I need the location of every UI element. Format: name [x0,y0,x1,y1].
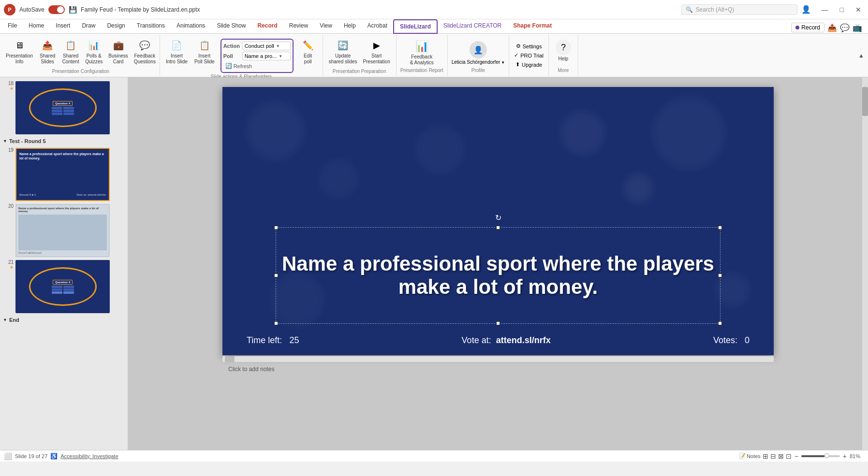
section-label: Test - Round 5 [9,138,46,144]
handle-ml[interactable] [274,274,278,277]
zoom-slider[interactable] [801,455,840,457]
tab-help[interactable]: Help [338,19,362,33]
tab-file[interactable]: File [2,19,23,33]
votes-value: 0 [745,335,750,345]
presentation-config-group: 🖥 PresentationInfo 📤 SharedSlides 📋 Shar… [2,35,160,76]
tab-draw[interactable]: Draw [76,19,101,33]
polls-icon: 📊 [87,39,101,52]
section-end[interactable]: ▼ End [2,315,126,325]
slide-canvas[interactable]: ↻ Name a professional sport where the pl… [222,87,774,355]
search-box[interactable]: 🔍 Search (Alt+Q) [681,4,797,15]
slide-18-thumbnail[interactable]: Question 4 [15,81,110,134]
ribbon-content: 🖥 PresentationInfo 📤 SharedSlides 📋 Shar… [0,34,868,77]
edit-poll-button[interactable]: ✏️ Editpoll [297,38,319,66]
handle-bm[interactable] [496,321,500,325]
tab-acrobat[interactable]: Acrobat [362,19,393,33]
share-icon[interactable]: 📤 [827,23,837,32]
view-normal-button[interactable]: ⊞ [763,452,768,460]
autosave-toggle[interactable] [48,5,65,14]
ff-oval-18: Question 4 [29,88,97,127]
minimize-button[interactable]: — [819,5,831,14]
slide-panel: 18 ★ Question 4 [0,77,128,450]
upgrade-button[interactable]: ⬆ Upgrade [515,60,543,69]
zoom-thumb[interactable] [824,453,829,458]
horizontal-scrollbar[interactable] [222,356,774,362]
close-button[interactable]: ✕ [853,5,864,14]
insert-poll-slide-button[interactable]: 📋 InsertPoll Slide [192,38,217,66]
poll-dropdown[interactable]: Name a pro... ▼ [242,52,291,60]
presentation-info-button[interactable]: 🖥 PresentationInfo [4,38,35,66]
view-reading-button[interactable]: ⊠ [778,452,784,460]
more-label: More [558,68,569,74]
handle-tm[interactable] [496,226,500,230]
zoom-level[interactable]: 81% [850,453,864,459]
profile-name-dropdown[interactable]: Leticia Schörgendorfer ▼ [452,59,505,65]
shared-content-button[interactable]: 📋 SharedContent [60,38,81,66]
settings-button[interactable]: ⚙ Settings [515,42,543,50]
tab-slidelizard[interactable]: SlideLizard [393,19,438,34]
slide-21-thumbnail[interactable]: Question 4 [15,260,110,313]
slide-main-text: Name a professional sport where the play… [276,252,720,299]
slide-19-title: Name a professional sport where the play… [19,152,106,160]
tab-slideshow[interactable]: Slide Show [211,19,251,33]
ff-question-label-18: Question 4 [53,101,73,106]
slide-21-number: 21 [4,260,14,265]
maximize-button[interactable]: □ [837,5,847,14]
start-presentation-button[interactable]: ▶ StartPresentation [361,38,392,66]
vertical-scrollbar[interactable] [862,77,868,450]
search-icon: 🔍 [686,6,693,13]
tab-design[interactable]: Design [101,19,131,33]
view-controls: 📝 Notes ⊞ ⊟ ⊠ ⊡ [739,452,792,460]
app-logo: P [4,4,15,15]
accessibility-label[interactable]: Accessibility: Investigate [60,453,118,459]
shared-slides-button[interactable]: 📤 SharedSlides [37,38,58,66]
zoom-in-button[interactable]: + [843,452,847,460]
slide-20-thumbnail[interactable]: Name a professional sport where the play… [15,204,110,257]
handle-tl[interactable] [274,226,278,230]
feedback-questions-button[interactable]: 💬 FeedbackQuestions [132,38,158,66]
end-section-arrow: ▼ [3,317,7,322]
tab-record[interactable]: Record [251,19,283,33]
feedback-analytics-button[interactable]: 📊 Feedback& Analytics [408,39,436,67]
handle-bl[interactable] [274,321,278,325]
record-button[interactable]: Record [791,23,824,32]
action-dropdown[interactable]: Conduct poll ▼ [242,42,291,50]
handle-mr[interactable] [718,274,722,277]
notes-toggle[interactable]: 📝 Notes [739,453,761,459]
update-shared-slides-button[interactable]: 🔄 Updateshared slides [327,38,359,66]
action-value: Conduct poll [245,43,274,49]
tab-review[interactable]: Review [283,19,314,33]
tab-home[interactable]: Home [23,19,50,33]
tab-animations[interactable]: Animations [171,19,211,33]
tab-shape-format[interactable]: Shape Format [507,19,558,33]
tab-insert[interactable]: Insert [50,19,76,33]
comments-icon[interactable]: 💬 [840,23,850,32]
handle-tr[interactable] [718,226,722,230]
help-button[interactable]: ? Help [553,39,574,63]
add-notes-field[interactable]: Click to add notes [226,364,770,375]
update-label: Updateshared slides [329,53,357,65]
present-icon[interactable]: 📺 [853,23,862,32]
handle-br[interactable] [718,321,722,325]
slide-indicator: ⬜ [4,452,12,460]
poll-dropdown-arrow: ▼ [279,54,282,58]
profile-group: 👤 Leticia Schörgendorfer ▼ Profile [448,35,510,76]
view-presenter-button[interactable]: ⊡ [786,452,792,460]
view-slide-sorter-button[interactable]: ⊟ [770,452,776,460]
business-card-button[interactable]: 💼 BusinessCard [106,38,130,66]
slide-19-thumbnail[interactable]: Name a professional sport where the play… [15,148,110,201]
prep-label: Presentation Preparation [333,69,386,75]
tab-view[interactable]: View [314,19,338,33]
profile-icon-titlebar: 👤 [801,5,811,14]
tab-slidelizard-creator[interactable]: SlideLizard CREATOR [438,19,507,33]
ribbon-collapse-button[interactable]: ▲ [856,35,866,76]
slide-text-box[interactable]: ↻ Name a professional sport where the pl… [276,227,721,324]
refresh-button[interactable]: 🔄 Refresh [223,62,291,70]
polls-quizzes-button[interactable]: 📊 Polls &Quizzes [83,38,104,66]
section-test-round5[interactable]: ▼ Test - Round 5 [2,136,126,146]
pro-trial-button[interactable]: ✓ PRO Trial [513,51,544,59]
zoom-out-button[interactable]: − [794,452,798,460]
insert-intro-slide-button[interactable]: 📄 InsertIntro Slide [164,38,190,66]
tab-transitions[interactable]: Transitions [131,19,171,33]
rotate-handle[interactable]: ↻ [495,213,501,222]
